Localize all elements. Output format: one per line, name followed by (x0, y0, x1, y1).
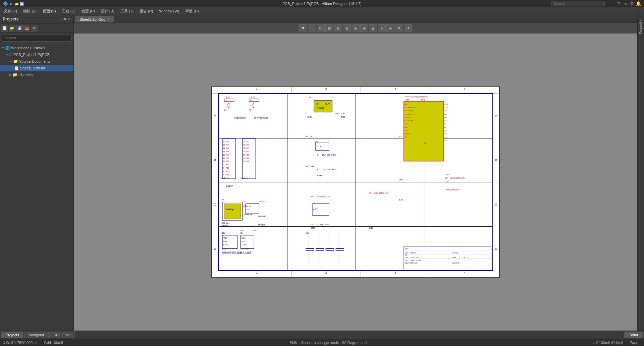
tab-sheet1[interactable]: Sheet1.SchDoc ✕ (75, 16, 114, 22)
tree-item-libraries[interactable]: ▶ 📁 Libraries (0, 71, 73, 78)
svg-text:12: 12 (243, 154, 245, 156)
svg-text:stm32f1(主控电路:控制控制器): stm32f1(主控电路:控制控制器) (406, 96, 428, 98)
svg-text:PB12: PB12 (444, 140, 447, 141)
svg-text:PC14-OSC32_IN: PC14-OSC32_IN (404, 110, 414, 112)
tab-projects[interactable]: Projects (1, 332, 23, 338)
close-button[interactable]: ✕ (623, 2, 629, 6)
port-tool-button[interactable]: ⊗ (360, 24, 368, 32)
panel-float-button[interactable]: ▪ (61, 17, 63, 21)
svg-text:PA11: PA11 (444, 116, 447, 118)
schematic-area: Sheet1.SchDoc ✕ ▼ + □ ⊡ ⊞ ⊠ ⊕ ⊗ ◈ ⊙ ⊘ A … (74, 15, 637, 331)
col-label-b2: 2 (291, 271, 361, 277)
global-search-input[interactable] (551, 1, 605, 6)
search-area (0, 33, 73, 43)
project-search-input[interactable] (2, 34, 71, 42)
tab-navigator[interactable]: Navigator (24, 332, 49, 338)
panel-controls: ▪ ■ ✕ (61, 17, 71, 21)
arrow-icon: ▼ (5, 53, 8, 56)
minimize-button[interactable]: ─ (609, 2, 614, 6)
tree-item-project[interactable]: ▼ ⬡ PCB_Project1.PrjPCB (0, 51, 73, 58)
svg-marker-8 (226, 103, 229, 108)
svg-text:PA1: PA1 (226, 144, 229, 146)
junction-tool-button[interactable]: ⊠ (343, 24, 351, 32)
menu-view[interactable]: 视图 (V) (40, 8, 59, 14)
schematic-svg: 3.3V 3.3V 电源指示灯 单片机供电灯 R3 R4 (219, 94, 492, 270)
svg-marker-11 (251, 103, 254, 108)
svg-text:2011/12/21: 2011/12/21 (411, 257, 419, 258)
menu-tools[interactable]: 工具 (T) (118, 8, 136, 14)
svg-text:Header 19: Header 19 (241, 177, 249, 179)
notification-icon[interactable]: 🔔 (636, 1, 641, 6)
menu-file[interactable]: 文件 (F) (1, 8, 20, 14)
probe-tool-button[interactable]: ⊙ (378, 24, 386, 32)
cross-tool-button[interactable]: ⊘ (386, 24, 394, 32)
svg-text:C4: C4 (317, 169, 320, 171)
filter-tool-button[interactable]: ▼ (299, 24, 307, 32)
harness-tool-button[interactable]: ◈ (369, 24, 377, 32)
col-label-b3: 3 (361, 271, 430, 277)
tab-editor[interactable]: Editor (624, 332, 643, 338)
menu-design[interactable]: 设计 (D) (98, 8, 117, 14)
undo-tool-button[interactable]: ↺ (404, 24, 412, 32)
bus-tool-button[interactable]: ⊞ (334, 24, 342, 32)
menu-project[interactable]: 工程 (C) (59, 8, 78, 14)
window-title: PCB_Project1.PrjPCB - Altium Designer (1… (282, 2, 362, 6)
schematic-toolbar: ▼ + □ ⊡ ⊞ ⊠ ⊕ ⊗ ◈ ⊙ ⊘ A ↺ (74, 23, 637, 34)
tab-bar: Sheet1.SchDoc ✕ (74, 15, 637, 23)
tab-sch-filter[interactable]: SCH Filter (49, 332, 75, 338)
menu-reports[interactable]: 报告 (R) (137, 8, 156, 14)
svg-text:1-GND: 1-GND (241, 244, 247, 246)
svg-text:File:: File: (405, 260, 408, 262)
svg-text:Industr Br...: Industr Br... (452, 262, 461, 264)
panel-lock-button[interactable]: ■ (64, 17, 66, 21)
svg-text:GND: GND (262, 216, 266, 217)
schematic-canvas[interactable]: 1 2 3 4 A B C D 1 2 (74, 34, 637, 331)
text-tool-button[interactable]: A (395, 24, 403, 32)
project-icon: ⬡ (9, 52, 12, 57)
panel-close-button[interactable]: ✕ (68, 17, 71, 21)
tab-close-icon[interactable]: ✕ (107, 18, 110, 21)
power-tool-button[interactable]: ⊕ (352, 24, 360, 32)
open-button[interactable]: 📂 (9, 25, 15, 32)
svg-text:R3: R3 (311, 196, 313, 197)
add-tool-button[interactable]: + (308, 24, 316, 32)
menu-window[interactable]: Window (W) (156, 8, 182, 14)
svg-text:IN: IN (316, 103, 319, 105)
restore-button[interactable]: ❐ (615, 2, 622, 6)
svg-text:C2: C2 (325, 112, 328, 114)
svg-text:15: 15 (223, 144, 225, 146)
panel-header: Projects ▪ ■ ✕ (0, 15, 73, 23)
save-button[interactable]: 💾 (16, 25, 23, 32)
svg-text:PA13: PA13 (223, 237, 227, 239)
svg-text:6: 6 (223, 174, 224, 176)
rect-tool-button[interactable]: □ (317, 24, 325, 32)
svg-text:PB0: PB0 (246, 151, 249, 153)
svg-text:Header 3X2: Header 3X2 (240, 248, 249, 250)
tree-item-sheet1[interactable]: 📋 Sheet1.SchDoc (0, 65, 73, 71)
svg-text:C1: C1 (305, 112, 308, 114)
row-labels-left: A B C D (212, 93, 218, 271)
menu-place[interactable]: 放置 (P) (79, 8, 98, 14)
menu-edit[interactable]: 编辑 (E) (20, 8, 39, 14)
svg-text:PA2: PA2 (226, 148, 229, 149)
svg-text:Size: Size (405, 252, 408, 254)
tree-item-source-docs[interactable]: ▼ 📁 Source Documents (0, 58, 73, 65)
svg-rect-16 (314, 101, 332, 112)
settings-button[interactable]: ⚙ (31, 25, 38, 32)
svg-text:NRST: NRST (404, 123, 408, 125)
svg-text:3.3V: 3.3V (222, 232, 225, 234)
svg-text:Number: Number (411, 252, 417, 254)
new-project-button[interactable]: 📄 (1, 25, 8, 32)
menu-bar: 文件 (F) 编辑 (E) 视图 (V) 工程 (C) 放置 (P) 设计 (D… (0, 7, 644, 15)
release-button[interactable]: 📤 (23, 25, 30, 32)
tree-item-workspace[interactable]: ▼ 🌐 Workspace1.DsnWrk (0, 45, 73, 51)
svg-text:Revision: Revision (452, 252, 459, 254)
svg-text:Header 3X2: Header 3X2 (244, 214, 253, 216)
svg-text:3.3V: 3.3V (226, 96, 230, 98)
menu-help[interactable]: 帮助 (H) (182, 8, 201, 14)
panel-toolbar: 📄 📂 💾 📤 ⚙ (0, 23, 73, 33)
net-tool-button[interactable]: ⊡ (325, 24, 333, 32)
svg-text:USB slave: USB slave (222, 222, 229, 224)
properties-tab[interactable]: Properties (638, 17, 643, 36)
settings-icon[interactable]: ⚙ (630, 1, 634, 6)
